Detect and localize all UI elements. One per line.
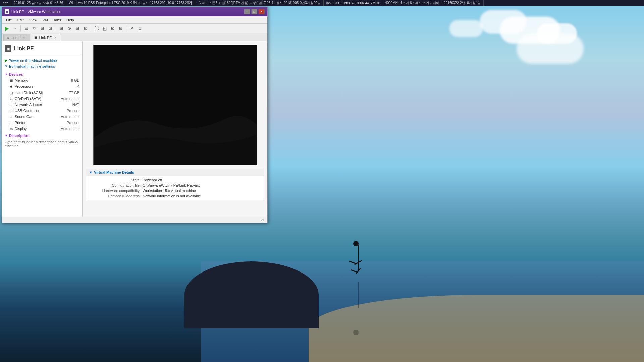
toolbar-btn-8[interactable]: ⊡ xyxy=(82,25,89,32)
window-controls: ─ □ ✕ xyxy=(244,9,265,14)
hill-silhouette xyxy=(184,261,319,328)
screenshot-button[interactable]: ⊞ xyxy=(58,25,65,32)
devices-section-header[interactable]: ▼ Devices xyxy=(2,70,82,77)
menu-edit[interactable]: Edit xyxy=(15,17,26,23)
toolbar-separator-1 xyxy=(20,25,21,32)
taskbar-datetime: 2019.01.25 금요일 오후 01:45:56 xyxy=(11,0,66,6)
play-dropdown-button[interactable]: ▾ xyxy=(11,25,19,32)
taskbar-rfv: rfv 레드스톤5 버전1809[RTM년월] 부팅:1일17:05:41 설치… xyxy=(195,0,324,6)
printer-icon: ⊡ xyxy=(9,120,13,125)
usb-value: Present xyxy=(67,109,79,113)
cdrom-icon: ⊙ xyxy=(9,96,13,101)
ip-label: Primary IP address: xyxy=(89,194,143,198)
fullscreen-button[interactable]: ⛶ xyxy=(93,25,100,32)
runner-body xyxy=(358,245,359,272)
vm-screen-content xyxy=(94,45,257,165)
toolbar-separator-3 xyxy=(91,25,91,32)
menu-file[interactable]: File xyxy=(3,17,15,23)
menu-view[interactable]: View xyxy=(26,17,40,23)
device-printer[interactable]: ⊡ Printer Present xyxy=(2,120,82,126)
device-usb[interactable]: ⊟ USB Controller Present xyxy=(2,108,82,114)
hardware-value: Workstation 15.x virtual machine xyxy=(143,189,261,193)
cloud-3 xyxy=(480,10,527,34)
snapshot-button[interactable]: ⊙ xyxy=(66,25,73,32)
toolbar-btn-4[interactable]: ⊡ xyxy=(47,25,54,32)
network-icon: ⊞ xyxy=(9,102,13,107)
memory-label: Memory xyxy=(15,78,70,82)
menu-help[interactable]: Help xyxy=(64,17,77,23)
device-cdrom[interactable]: ⊙ CD/DVD (SATA) Auto detect xyxy=(2,96,82,102)
tabs-bar: ⌂ Home ✕ ▣ Link PE ✕ xyxy=(2,33,267,41)
device-network[interactable]: ⊞ Network Adapter NAT xyxy=(2,102,82,108)
description-placeholder: Type here to enter a description of this… xyxy=(5,140,78,148)
menu-tabs[interactable]: Tabs xyxy=(51,17,64,23)
toolbar-btn-10[interactable]: ◱ xyxy=(101,25,108,32)
taskbar-windows: Windows 10 RSS Enterprise LTSC 2019 K 64… xyxy=(66,0,195,6)
sound-value: Auto detect xyxy=(61,115,79,119)
detail-hardware-row: Hardware compatibility: Workstation 15.x… xyxy=(86,188,264,193)
processors-value: 4 xyxy=(77,84,79,88)
description-arrow: ▼ xyxy=(5,134,8,137)
state-label: State: xyxy=(89,178,143,182)
link-pe-tab-label: Link PE xyxy=(39,36,52,40)
usb-label: USB Controller xyxy=(15,109,65,113)
toolbar-btn-11[interactable]: ⊠ xyxy=(109,25,116,32)
cloud-4 xyxy=(517,34,584,64)
edit-settings-label: Edit virtual machine settings xyxy=(9,64,55,68)
menu-vm[interactable]: VM xyxy=(40,17,51,23)
device-hard-disk[interactable]: ◫ Hard Disk (SCSI) 77 GB xyxy=(2,89,82,96)
toolbar-btn-13[interactable]: ↗ xyxy=(128,25,136,32)
maximize-button[interactable]: □ xyxy=(251,9,257,14)
cdrom-label: CD/DVD (SATA) xyxy=(15,97,59,101)
toolbar-btn-12[interactable]: ⊟ xyxy=(117,25,124,32)
detail-state-row: State: Powered off xyxy=(86,177,264,183)
app-icon: ▣ xyxy=(5,9,9,14)
hardware-label: Hardware compatibility: xyxy=(89,189,143,193)
vm-title-area: ▣ Link PE xyxy=(2,44,82,55)
sidebar: ▣ Link PE ▶ Power on this virtual machin… xyxy=(2,41,83,217)
taskbar-ihn: ihn : CPU : Intel i7-6700K 4417MHz xyxy=(324,0,382,6)
minimize-button[interactable]: ─ xyxy=(244,9,250,14)
beach-sand xyxy=(309,295,644,362)
device-sound[interactable]: ♪ Sound Card Auto detect xyxy=(2,114,82,120)
device-display[interactable]: ▭ Display Auto detect xyxy=(2,126,82,132)
description-section-header[interactable]: ▼ Description xyxy=(2,132,82,139)
close-button[interactable]: ✕ xyxy=(259,9,265,14)
home-tab-close[interactable]: ✕ xyxy=(22,36,26,39)
network-value: NAT xyxy=(72,103,79,107)
toolbar-btn-14[interactable]: ⊡ xyxy=(136,25,144,32)
toolbar-btn-7[interactable]: ⊟ xyxy=(74,25,81,32)
home-tab-icon: ⌂ xyxy=(7,36,9,39)
vm-details-header[interactable]: ▼ Virtual Machine Details xyxy=(86,169,264,176)
vm-actions: ▶ Power on this virtual machine ✎ Edit v… xyxy=(2,56,82,70)
device-memory[interactable]: ▦ Memory 8 GB xyxy=(2,77,82,83)
stop-button[interactable]: ⊟ xyxy=(39,25,46,32)
taskbar-top: gaz 2019.01.25 금요일 오후 01:45:56 Windows 1… xyxy=(0,0,644,6)
tab-home[interactable]: ⌂ Home ✕ xyxy=(3,34,30,41)
sound-label: Sound Card xyxy=(15,115,59,119)
usb-icon: ⊟ xyxy=(9,108,13,113)
edit-settings-icon: ✎ xyxy=(5,64,8,68)
resize-handle[interactable]: ⊿ xyxy=(261,217,266,223)
power-on-link[interactable]: ▶ Power on this virtual machine xyxy=(5,58,79,63)
edit-settings-link[interactable]: ✎ Edit virtual machine settings xyxy=(5,63,79,69)
runner-head xyxy=(353,241,359,246)
runner-reflection-body xyxy=(358,282,359,308)
reset-button[interactable]: ↺ xyxy=(31,25,38,32)
suspend-button[interactable]: ⊞ xyxy=(22,25,30,32)
vm-screen[interactable] xyxy=(93,45,257,165)
hard-disk-label: Hard Disk (SCSI) xyxy=(15,90,68,95)
devices-arrow: ▼ xyxy=(5,73,8,76)
state-value: Powered off xyxy=(143,178,261,182)
window-title: Link PE - VMware Workstation xyxy=(11,10,244,14)
play-button[interactable]: ▶ xyxy=(3,25,11,32)
link-pe-tab-close[interactable]: ✕ xyxy=(53,36,57,39)
ip-value: Network information is not available xyxy=(143,194,261,198)
taskbar-freq: 4000MHz 4코어 8스레드 스카이레이크 20160322-2년10개월4… xyxy=(382,0,484,6)
printer-label: Printer xyxy=(15,121,65,125)
tab-link-pe[interactable]: ▣ Link PE ✕ xyxy=(31,34,61,41)
cloud-5 xyxy=(449,20,483,37)
device-processors[interactable]: ◉ Processors 4 xyxy=(2,83,82,89)
vm-details-content: State: Powered off Configuration file: Q… xyxy=(86,176,264,200)
devices-section-label: Devices xyxy=(9,72,23,76)
